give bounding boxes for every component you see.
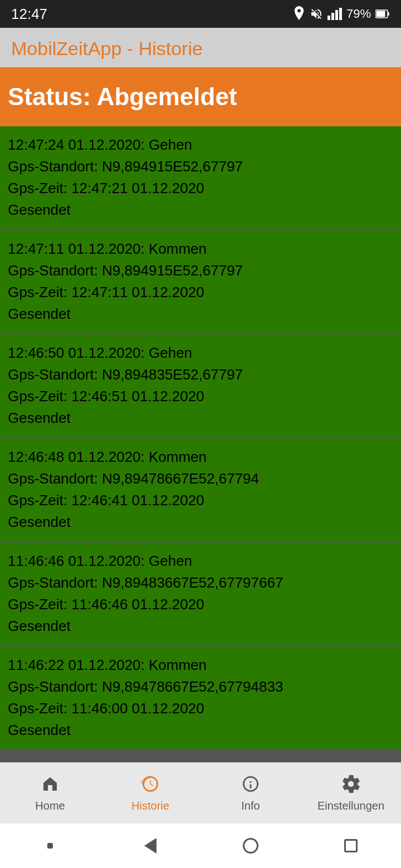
status-text: Status: Abgemeldet <box>8 83 237 110</box>
list-item-line4: Gesendet <box>8 407 393 429</box>
home-icon <box>40 774 60 797</box>
battery-level: 79% <box>346 7 371 21</box>
nav-historie[interactable]: Historie <box>100 774 200 812</box>
system-nav-bar <box>0 823 401 868</box>
list-item-line1: 12:47:24 01.12.2020: Gehen <box>8 134 393 156</box>
status-banner: Status: Abgemeldet <box>0 67 401 126</box>
mute-icon <box>310 7 323 21</box>
sys-back-button[interactable] <box>139 835 162 857</box>
list-item: 12:46:50 01.12.2020: Gehen Gps-Standort:… <box>0 334 401 438</box>
list-item: 11:46:46 01.12.2020: Gehen Gps-Standort:… <box>0 542 401 647</box>
list-item-line2: Gps-Standort: N9,89478667E52,67794 <box>8 468 393 490</box>
bottom-nav: Home Historie Info Einstellungen <box>0 762 401 823</box>
sys-home-icon <box>243 838 258 854</box>
list-item: 12:47:11 01.12.2020: Kommen Gps-Standort… <box>0 230 401 334</box>
svg-rect-3 <box>339 8 342 20</box>
list-item-line2: Gps-Standort: N9,89483667E52,67797667 <box>8 572 393 594</box>
nav-info-label: Info <box>241 800 260 812</box>
list-item-line2: Gps-Standort: N9,894915E52,67797 <box>8 156 393 177</box>
history-icon <box>140 774 160 797</box>
sys-recent-button[interactable] <box>340 835 362 857</box>
list-item-line3: Gps-Zeit: 11:46:00 01.12.2020 <box>8 698 393 719</box>
list-item-line3: Gps-Zeit: 11:46:46 01.12.2020 <box>8 594 393 615</box>
list-item-line1: 12:46:48 01.12.2020: Kommen <box>8 446 393 468</box>
list-container: 12:47:24 01.12.2020: Gehen Gps-Standort:… <box>0 126 401 762</box>
list-item: 12:46:48 01.12.2020: Kommen Gps-Standort… <box>0 438 401 542</box>
list-item-line2: Gps-Standort: N9,894915E52,67797 <box>8 260 393 282</box>
list-item-line3: Gps-Zeit: 12:47:11 01.12.2020 <box>8 282 393 303</box>
svg-rect-2 <box>335 10 338 20</box>
nav-home[interactable]: Home <box>0 774 100 812</box>
list-item-line4: Gesendet <box>8 303 393 325</box>
list-item: 11:46:22 01.12.2020: Kommen Gps-Standort… <box>0 647 401 751</box>
nav-historie-label: Historie <box>131 800 169 812</box>
list-item-line1: 12:47:11 01.12.2020: Kommen <box>8 238 393 260</box>
list-item-line3: Gps-Zeit: 12:46:51 01.12.2020 <box>8 386 393 407</box>
sys-recent-icon <box>344 839 358 852</box>
sys-back-button[interactable] <box>39 835 61 857</box>
nav-info[interactable]: Info <box>200 774 301 812</box>
svg-rect-5 <box>376 11 385 17</box>
gps-icon <box>293 6 305 22</box>
sys-back-icon <box>144 838 157 854</box>
app-header: MobilZeitApp - Historie <box>0 28 401 67</box>
svg-rect-0 <box>327 16 330 20</box>
battery-icon <box>375 9 390 19</box>
svg-rect-6 <box>388 12 389 16</box>
nav-einstellungen[interactable]: Einstellungen <box>301 774 401 812</box>
list-item-line1: 11:46:46 01.12.2020: Gehen <box>8 550 393 572</box>
list-item-line4: Gesendet <box>8 615 393 637</box>
list-item-line1: 12:46:50 01.12.2020: Gehen <box>8 342 393 364</box>
list-item-line3: Gps-Zeit: 12:46:41 01.12.2020 <box>8 490 393 511</box>
settings-icon <box>341 774 361 797</box>
list-item-line3: Gps-Zeit: 12:47:21 01.12.2020 <box>8 177 393 199</box>
status-bar: 12:47 79% <box>0 0 401 28</box>
svg-rect-1 <box>331 13 334 20</box>
list-item-line4: Gesendet <box>8 511 393 533</box>
signal-icon <box>327 8 342 20</box>
info-icon <box>241 774 261 797</box>
nav-home-label: Home <box>35 800 65 812</box>
list-item-line2: Gps-Standort: N9,894835E52,67797 <box>8 364 393 386</box>
list-item: 12:47:24 01.12.2020: Gehen Gps-Standort:… <box>0 126 401 230</box>
list-item-line4: Gesendet <box>8 199 393 221</box>
list-item-line2: Gps-Standort: N9,89478667E52,67794833 <box>8 676 393 698</box>
status-time: 12:47 <box>11 6 47 23</box>
list-item-line1: 11:46:22 01.12.2020: Kommen <box>8 654 393 676</box>
list-item-line4: Gesendet <box>8 719 393 741</box>
sys-recent-icon <box>47 843 53 849</box>
nav-einstellungen-label: Einstellungen <box>317 800 384 812</box>
status-icons: 79% <box>293 6 390 22</box>
app-title: MobilZeitApp - Historie <box>11 38 203 59</box>
sys-home-button[interactable] <box>239 835 262 857</box>
